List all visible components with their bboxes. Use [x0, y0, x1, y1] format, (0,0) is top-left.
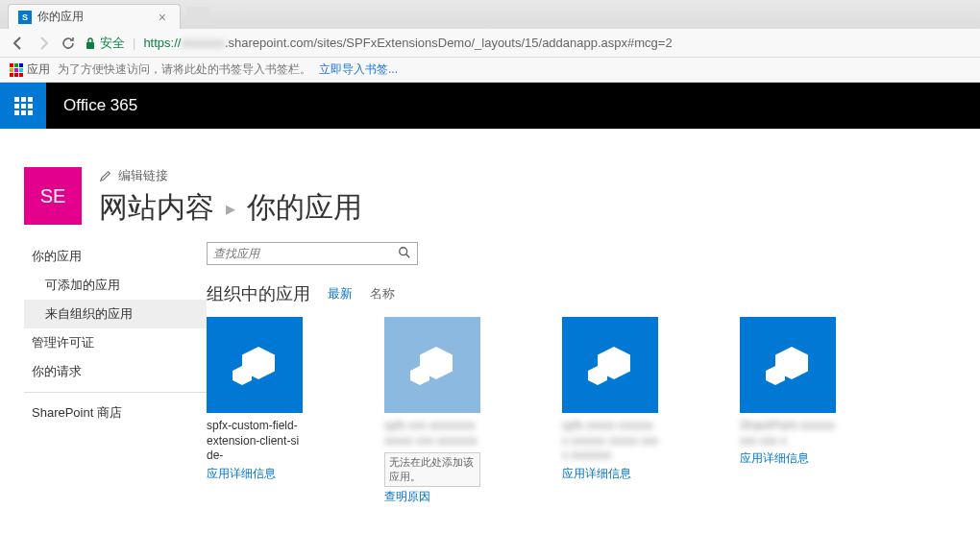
- sharepoint-app-icon: [586, 341, 634, 389]
- sort-name-link[interactable]: 名称: [370, 285, 395, 303]
- apps-grid-icon: [10, 63, 23, 77]
- sidebar: 你的应用可添加的应用来自组织的应用管理许可证你的请求 SharePoint 商店: [24, 242, 207, 505]
- app-launcher-button[interactable]: [0, 83, 46, 129]
- breadcrumb: 网站内容 ▸ 你的应用: [99, 188, 956, 228]
- bookmark-bar: 应用 为了方便快速访问，请将此处的书签导入书签栏。 立即导入书签...: [0, 58, 980, 83]
- new-tab-button[interactable]: [186, 7, 209, 26]
- url-domain: xxxxxxx: [181, 36, 225, 50]
- content-area: 组织中的应用 最新 名称 spfx-custom-field-extension…: [207, 242, 956, 505]
- address-bar: 安全 | https://xxxxxxx.sharepoint.com/site…: [0, 29, 980, 58]
- sidebar-item[interactable]: 你的应用: [24, 242, 207, 271]
- sharepoint-app-icon: [231, 341, 279, 389]
- app-name: SharePoint xxxxxxxxx xxx x: [740, 419, 836, 448]
- back-button[interactable]: [10, 35, 27, 52]
- waffle-icon: [14, 97, 33, 115]
- o365-header: Office 365: [0, 83, 980, 129]
- url-bar[interactable]: https://xxxxxxx.sharepoint.com/sites/SPF…: [143, 36, 970, 50]
- page-header: SE 编辑链接 网站内容 ▸ 你的应用: [0, 129, 980, 242]
- import-bookmarks-link[interactable]: 立即导入书签...: [319, 61, 398, 78]
- site-logo[interactable]: SE: [24, 167, 82, 225]
- app-disabled-message: 无法在此处添加该应用。: [384, 452, 480, 487]
- section-header: 组织中的应用 最新 名称: [207, 282, 956, 305]
- section-title: 组织中的应用: [207, 282, 310, 305]
- app-icon-button[interactable]: [207, 317, 303, 413]
- tab-title: 你的应用: [37, 9, 155, 25]
- app-detail-link[interactable]: 应用详细信息: [562, 466, 658, 482]
- sharepoint-app-icon: [408, 341, 456, 389]
- arrow-right-icon: [36, 36, 51, 51]
- app-name: spfx xxx xxxxxxxx xxxxx xxx xxxxxxx: [384, 419, 480, 448]
- browser-tab[interactable]: S 你的应用 ×: [8, 4, 181, 29]
- app-icon-button[interactable]: [740, 317, 836, 413]
- forward-button[interactable]: [35, 35, 52, 52]
- chevron-right-icon: ▸: [226, 197, 235, 220]
- app-icon-button: [384, 317, 480, 413]
- o365-title: Office 365: [46, 96, 137, 115]
- search-icon: [398, 246, 411, 259]
- pencil-icon: [99, 169, 112, 182]
- app-icon-button[interactable]: [562, 317, 658, 413]
- secure-badge[interactable]: 安全: [85, 35, 125, 52]
- bookmark-hint: 为了方便快速访问，请将此处的书签导入书签栏。: [58, 61, 311, 78]
- svg-rect-0: [86, 42, 94, 49]
- edit-links-button[interactable]: 编辑链接: [99, 167, 956, 184]
- app-detail-link[interactable]: 应用详细信息: [740, 450, 836, 467]
- svg-point-1: [400, 247, 407, 254]
- app-detail-link[interactable]: 应用详细信息: [207, 466, 303, 482]
- edit-links-label: 编辑链接: [118, 167, 168, 184]
- breadcrumb-root[interactable]: 网站内容: [99, 188, 214, 228]
- apps-button[interactable]: 应用: [10, 61, 50, 78]
- svg-line-2: [406, 254, 410, 257]
- browser-tab-strip: S 你的应用 ×: [0, 0, 980, 29]
- sidebar-divider: [24, 392, 207, 393]
- reload-button[interactable]: [60, 35, 77, 52]
- sharepoint-app-icon: [764, 341, 812, 389]
- search-input[interactable]: [213, 247, 398, 260]
- url-path: .sharepoint.com/sites/SPFxExtensionsDemo…: [225, 36, 673, 50]
- app-reason-link[interactable]: 查明原因: [384, 489, 480, 505]
- app-name: spfx-custom-field-extension-client-side-: [207, 419, 303, 464]
- apps-button-label: 应用: [27, 61, 50, 78]
- sharepoint-favicon-icon: S: [18, 11, 32, 24]
- sort-newest-link[interactable]: 最新: [328, 285, 353, 303]
- app-grid: spfx-custom-field-extension-client-side-…: [207, 317, 956, 505]
- app-tile: SharePoint xxxxxxxxx xxx x应用详细信息: [740, 317, 836, 505]
- lock-icon: [85, 36, 96, 50]
- url-protocol: https://: [143, 36, 181, 50]
- close-icon[interactable]: ×: [155, 10, 170, 25]
- sidebar-item-sharepoint-store[interactable]: SharePoint 商店: [24, 399, 207, 427]
- app-tile: spfx xxx xxxxxxxx xxxxx xxx xxxxxxx无法在此处…: [384, 317, 480, 505]
- sidebar-item[interactable]: 管理许可证: [24, 328, 207, 357]
- main-content: 你的应用可添加的应用来自组织的应用管理许可证你的请求 SharePoint 商店…: [0, 242, 980, 505]
- app-tile: spfx-custom-field-extension-client-side-…: [207, 317, 303, 505]
- breadcrumb-current: 你的应用: [247, 188, 362, 228]
- app-tile: spfx xxxxx xxxxxxx xxxxxx xxxxx xxxx xxx…: [562, 317, 658, 505]
- sidebar-item[interactable]: 你的请求: [24, 357, 207, 386]
- sidebar-item[interactable]: 来自组织的应用: [24, 300, 207, 328]
- reload-icon: [61, 36, 76, 51]
- arrow-left-icon: [11, 36, 26, 51]
- search-box[interactable]: [207, 242, 418, 265]
- search-button[interactable]: [398, 246, 411, 262]
- sidebar-item[interactable]: 可添加的应用: [24, 271, 207, 300]
- app-name: spfx xxxxx xxxxxxx xxxxxx xxxxx xxxx xxx…: [562, 419, 658, 464]
- secure-label: 安全: [100, 35, 125, 52]
